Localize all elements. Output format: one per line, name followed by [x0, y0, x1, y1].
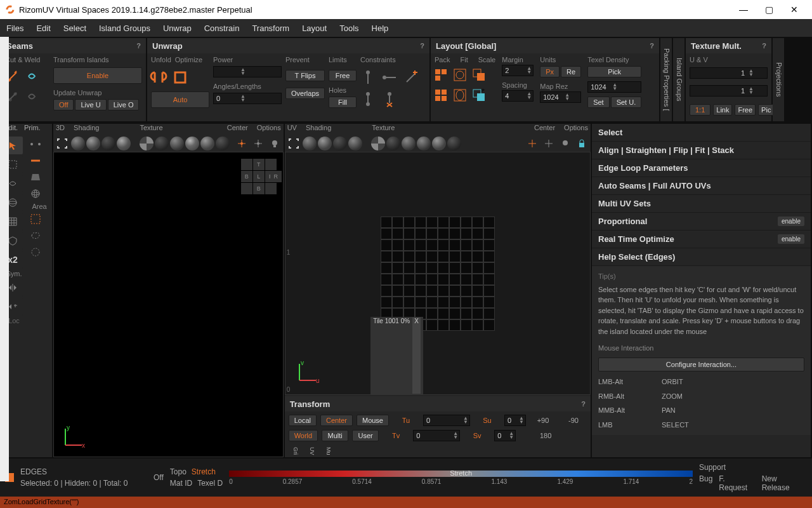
tex-image-icon[interactable] — [170, 137, 184, 150]
menu-island-groups[interactable]: Island Groups — [99, 23, 150, 33]
stretch-button[interactable]: Stretch — [192, 467, 216, 476]
projections-tab[interactable]: Projections — [773, 38, 784, 121]
weld-icon[interactable] — [24, 69, 39, 84]
scale1-icon[interactable] — [473, 69, 487, 83]
close-button[interactable]: ✕ — [782, 4, 807, 15]
area-icon[interactable] — [28, 211, 43, 227]
menu-constrain[interactable]: Constrain — [204, 23, 240, 33]
tex-solid-icon[interactable] — [386, 137, 400, 150]
menu-edit[interactable]: Edit — [36, 23, 50, 33]
u-input[interactable] — [690, 68, 747, 78]
menu-help[interactable]: Help — [372, 23, 389, 33]
brush-icon[interactable] — [28, 244, 43, 260]
bug-link[interactable]: Bug — [699, 474, 712, 492]
free-button[interactable]: Free — [735, 104, 756, 116]
pic-button[interactable]: Pic — [758, 104, 774, 116]
scale2-icon[interactable]: P — [473, 89, 487, 103]
tex-checker-icon[interactable] — [140, 137, 154, 150]
help-icon[interactable]: ? — [420, 42, 424, 50]
center1-icon[interactable] — [525, 136, 540, 151]
ratio11-button[interactable]: 1:1 — [690, 104, 710, 116]
multiuv-section[interactable]: Multi UV Sets — [592, 195, 811, 213]
shade-globe-icon[interactable] — [318, 137, 332, 150]
rto-section[interactable]: Real Time Optimizeenable — [592, 231, 811, 248]
grid-tab[interactable]: Gri — [285, 444, 300, 457]
multi-button[interactable]: Multi — [322, 430, 348, 441]
edge-icon[interactable] — [28, 153, 43, 168]
help-icon[interactable]: ? — [650, 42, 654, 50]
set-button[interactable]: Set — [587, 97, 610, 108]
pin-horiz-icon[interactable] — [382, 70, 397, 85]
menu-tools[interactable]: Tools — [339, 23, 358, 33]
pick-button[interactable]: Pick — [587, 66, 641, 77]
angles-input[interactable] — [214, 93, 239, 104]
light-icon[interactable] — [267, 136, 282, 151]
re-button[interactable]: Re — [561, 66, 581, 77]
shade-flat-icon[interactable] — [303, 137, 317, 150]
tflips-button[interactable]: T Flips — [285, 70, 325, 81]
helpsel-section[interactable]: Help Select (Edges) — [592, 248, 811, 266]
select-section[interactable]: Select — [592, 124, 811, 142]
light-icon[interactable] — [558, 136, 573, 151]
face-icon[interactable] — [28, 170, 43, 185]
sv-input[interactable] — [495, 431, 508, 441]
m90-button[interactable]: -90 — [560, 417, 587, 424]
tile-close[interactable]: X — [412, 318, 421, 394]
pack1-icon[interactable] — [435, 69, 449, 83]
pin-add-icon[interactable] — [403, 70, 419, 85]
fill-button[interactable]: Fill — [329, 97, 357, 108]
setu-button[interactable]: Set U. — [611, 97, 642, 108]
center-button[interactable]: Center — [320, 415, 353, 426]
help-icon[interactable]: ? — [136, 42, 141, 50]
lock-icon[interactable] — [574, 136, 589, 151]
configure-interaction-button[interactable]: Configure Interaction... — [598, 358, 804, 372]
tex-normal-icon[interactable] — [417, 137, 431, 150]
maximize-button[interactable]: ▢ — [756, 4, 782, 15]
spacing-input[interactable] — [502, 91, 525, 101]
cube-r[interactable]: R — [270, 171, 282, 182]
tu-input[interactable] — [424, 415, 462, 425]
r180-button[interactable]: 180 — [532, 432, 559, 439]
packing-properties-tab[interactable]: Packing Properties [ — [660, 38, 672, 121]
user-button[interactable]: User — [352, 430, 379, 441]
pin-vert2-icon[interactable] — [360, 91, 376, 107]
tex-image-icon[interactable] — [402, 137, 416, 150]
menu-select[interactable]: Select — [63, 23, 86, 33]
shade-globe-icon[interactable] — [86, 137, 100, 150]
matid-button[interactable]: Mat ID — [170, 479, 192, 488]
liveo-button[interactable]: Live O — [108, 99, 140, 110]
proportional-section[interactable]: Proportionalenable — [592, 213, 811, 231]
tex-normal-icon[interactable] — [185, 137, 199, 150]
island-groups-tab[interactable]: Island Groups — [673, 38, 684, 121]
feature-request-link[interactable]: F. Request — [719, 474, 755, 492]
menu-unwrap[interactable]: Unwrap — [163, 23, 192, 33]
shade-dark-icon[interactable] — [102, 137, 115, 150]
vertex-icon[interactable] — [28, 137, 43, 152]
tex-checker-icon[interactable] — [371, 137, 385, 150]
auto-button[interactable]: Auto — [151, 91, 209, 108]
p90-button[interactable]: +90 — [530, 417, 556, 424]
td-input[interactable] — [588, 82, 611, 92]
local-button[interactable]: Local — [289, 415, 317, 426]
world-button[interactable]: World — [289, 430, 318, 441]
shade-dark-icon[interactable] — [333, 137, 347, 150]
command-bar[interactable]: ZomLoadGridTexture("") — [0, 497, 812, 508]
fit2-icon[interactable] — [454, 89, 468, 103]
frame-icon[interactable] — [55, 136, 70, 151]
margin-input[interactable] — [502, 65, 525, 76]
uv-tab[interactable]: UV — [301, 444, 317, 457]
poly-lasso-icon[interactable] — [28, 228, 43, 243]
free-button[interactable]: Free — [329, 70, 357, 81]
center1-icon[interactable] — [234, 136, 249, 151]
shade-gloss-icon[interactable] — [117, 137, 131, 150]
frame-icon[interactable] — [286, 136, 301, 151]
mu-tab[interactable]: Mu — [318, 444, 333, 457]
menu-layout[interactable]: Layout — [302, 23, 327, 33]
new-release-link[interactable]: New Release — [762, 474, 807, 492]
tex-solid-icon[interactable] — [155, 137, 169, 150]
v-input[interactable] — [690, 86, 747, 96]
center2-icon[interactable] — [251, 136, 266, 151]
enable-proportional[interactable]: enable — [778, 217, 804, 226]
unfold-icon[interactable] — [151, 70, 166, 85]
tex-ao-icon[interactable] — [432, 137, 446, 150]
